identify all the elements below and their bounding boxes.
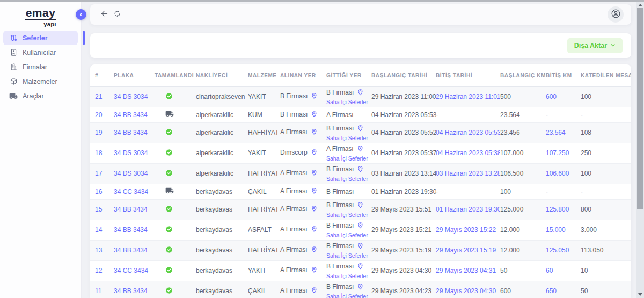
trip-number-link[interactable]: 13 [95, 246, 102, 254]
pickup-location-cell: A Firması [280, 281, 326, 298]
location-pin-icon[interactable] [357, 89, 364, 97]
saha-ici-seferler-link[interactable]: Saha İçi Seferler [326, 176, 371, 182]
column-header: TAMAMLANDI [155, 64, 196, 86]
location-pin-icon[interactable] [357, 165, 364, 174]
end-km-link[interactable]: 125.050 [546, 246, 569, 254]
plate-link[interactable]: 34 BB 3434 [114, 111, 148, 119]
location-pin-icon[interactable] [311, 246, 318, 255]
end-km-link[interactable]: 650 [546, 287, 557, 295]
destination-cell: B FirmasıSaha İçi Seferler [326, 86, 371, 107]
location-pin-icon[interactable] [357, 242, 364, 251]
end-date-link[interactable]: 29 Mayıs 2023 04:31 [436, 267, 496, 274]
sidebar-item-label: Firmalar [23, 63, 47, 71]
location-pin-icon[interactable] [311, 149, 318, 157]
end-km-link[interactable]: 106.600 [546, 170, 569, 177]
saha-ici-seferler-link[interactable]: Saha İçi Seferler [326, 212, 371, 218]
sidebar-item-firmalar[interactable]: Firmalar [3, 60, 78, 74]
sidebar-collapse-button[interactable]: ‹ [76, 9, 86, 20]
start-date-cell: 04 Haziran 2023 05:53 [371, 107, 436, 122]
plate-link[interactable]: 34 CC 3434 [114, 267, 148, 274]
trip-number-link[interactable]: 11 [95, 287, 101, 295]
back-button[interactable] [98, 8, 111, 21]
saha-ici-seferler-link[interactable]: Saha İçi Seferler [326, 293, 371, 298]
active-item-indicator [83, 31, 85, 45]
location-pin-icon[interactable] [311, 92, 318, 101]
saha-ici-seferler-link[interactable]: Saha İçi Seferler [326, 99, 371, 105]
plate-link[interactable]: 34 BB 3434 [114, 226, 148, 234]
trip-number-link[interactable]: 20 [95, 111, 102, 119]
trip-number-link[interactable]: 15 [95, 206, 102, 213]
column-header: KATEDİLEN MESAFE [581, 64, 631, 86]
plate-link[interactable]: 34 BB 3434 [114, 206, 148, 213]
plate-link[interactable]: 34 DS 3034 [114, 149, 148, 157]
end-date-link[interactable]: 29 Haziran 2023 11:01 [436, 93, 500, 100]
plate-link[interactable]: 34 BB 3434 [114, 287, 148, 295]
saha-ici-seferler-link[interactable]: Saha İçi Seferler [326, 232, 371, 238]
location-pin-icon[interactable] [311, 287, 318, 295]
trip-number-link[interactable]: 16 [95, 188, 102, 195]
trip-number-link[interactable]: 17 [95, 170, 102, 177]
end-km-link[interactable]: 125.800 [546, 206, 569, 213]
scrollbar-down-arrow[interactable] [638, 293, 642, 296]
completed-check-icon [165, 207, 173, 214]
location-pin-icon[interactable] [311, 111, 318, 119]
location-pin-icon[interactable] [311, 128, 318, 137]
end-km-link[interactable]: 600 [546, 93, 557, 100]
location-pin-icon[interactable] [357, 283, 364, 292]
sidebar-item-kullanclar[interactable]: Kullanıcılar [3, 45, 78, 60]
material-cell: ASFALT [248, 220, 280, 240]
saha-ici-seferler-link[interactable]: Saha İçi Seferler [326, 252, 371, 259]
end-date-link[interactable]: 04 Haziran 2023 05:53 [436, 129, 500, 136]
plate-link[interactable]: 34 BB 3434 [114, 129, 148, 136]
location-pin-icon[interactable] [311, 205, 318, 214]
logo-secondary-text: yapı [25, 21, 56, 27]
end-date-link[interactable]: 29 Mayıs 2023 04:30 [436, 287, 496, 295]
location-pin-icon[interactable] [311, 226, 318, 234]
sidebar-item-aralar[interactable]: Araçlar [3, 89, 78, 103]
end-km-cell: - [546, 107, 581, 122]
plate-link[interactable]: 34 DS 3034 [114, 170, 148, 177]
trip-number-link[interactable]: 18 [95, 149, 102, 157]
start-date-cell: 01 Haziran 2023 19:30 [371, 184, 436, 199]
saha-ici-seferler-link[interactable]: Saha İçi Seferler [326, 155, 371, 162]
location-pin-icon[interactable] [311, 266, 318, 275]
end-date-link[interactable]: 29 Mayıs 2023 15:19 [436, 246, 496, 254]
trip-number-link[interactable]: 19 [95, 129, 102, 136]
location-pin-icon[interactable] [357, 201, 364, 210]
end-km-link[interactable]: 107.250 [546, 149, 569, 157]
trip-number-link[interactable]: 21 [95, 93, 102, 100]
material-cell: YAKIT [248, 143, 280, 163]
end-km-cell: 107.250 [546, 143, 581, 163]
sidebar-item-label: Seferler [23, 34, 48, 42]
sidebar-item-seferler[interactable]: Seferler [3, 31, 78, 45]
plate-link[interactable]: 34 DS 3034 [114, 93, 148, 100]
end-date-link[interactable]: 04 Haziran 2023 05:38 [436, 149, 500, 157]
saha-ici-seferler-link[interactable]: Saha İçi Seferler [326, 273, 371, 279]
scrollbar-up-arrow[interactable] [638, 4, 642, 6]
location-pin-icon[interactable] [311, 187, 318, 196]
end-km-cell: - [546, 184, 581, 199]
user-account-button[interactable] [608, 6, 624, 23]
refresh-button[interactable] [111, 8, 123, 21]
saha-ici-seferler-link[interactable]: Saha İçi Seferler [326, 135, 371, 141]
end-date-link[interactable]: 03 Haziran 2023 13:28 [436, 170, 500, 177]
end-date-link[interactable]: 29 Mayıs 2023 15:22 [436, 226, 496, 234]
sidebar-item-malzemeler[interactable]: Malzemeler [3, 74, 78, 89]
location-pin-icon[interactable] [357, 145, 364, 154]
location-pin-icon[interactable] [311, 169, 318, 178]
trip-number-link[interactable]: 14 [95, 226, 102, 234]
trip-number-link[interactable]: 12 [95, 267, 102, 274]
location-pin-icon[interactable] [357, 125, 364, 133]
end-km-link[interactable]: 23.564 [546, 129, 566, 136]
in-transit-truck-icon [165, 112, 174, 120]
end-date-link[interactable]: 01 Haziran 2023 19:30 [436, 206, 500, 213]
scrollbar-thumb[interactable] [637, 8, 643, 209]
in-transit-truck-icon [165, 189, 174, 197]
location-pin-icon[interactable] [357, 222, 364, 230]
plate-link[interactable]: 34 BB 3434 [114, 246, 148, 254]
end-km-link[interactable]: 15.000 [546, 226, 566, 234]
plate-link[interactable]: 34 CC 3434 [114, 188, 148, 195]
location-pin-icon[interactable] [357, 263, 364, 271]
end-km-link[interactable]: 60 [546, 267, 553, 274]
export-button[interactable]: Dışa Aktar [567, 38, 623, 53]
